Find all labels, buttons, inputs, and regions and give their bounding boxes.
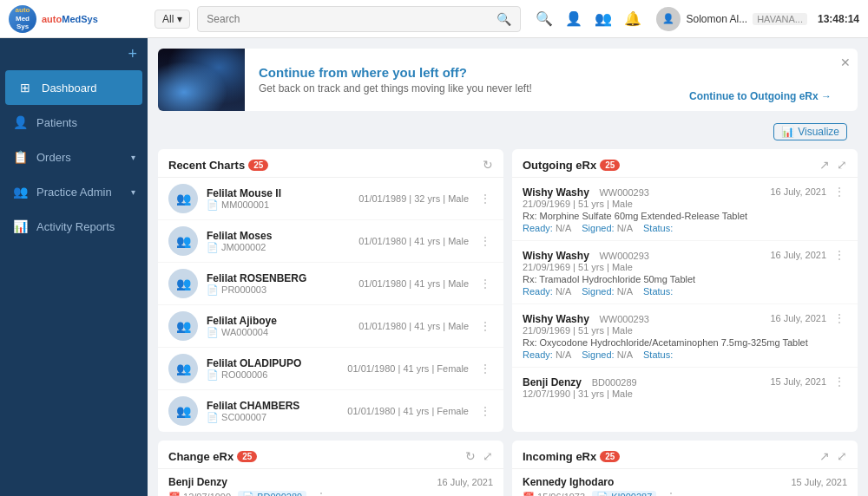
incoming-erx-body: Kennedy Ighodaro 15 July, 2021 📅 15/06/1… — [512, 469, 858, 496]
row-menu-icon[interactable]: ⋮ — [477, 362, 493, 375]
row-menu-icon[interactable]: ⋮ — [663, 490, 679, 496]
filter-dropdown[interactable]: All ▾ — [155, 10, 190, 29]
outgoing-erx-header: Outgoing eRx 25 ↗ ⤢ — [512, 149, 858, 178]
outgoing-erx-card: Outgoing eRx 25 ↗ ⤢ Wishy Washy WW000293 — [512, 149, 858, 432]
search-input[interactable] — [207, 13, 496, 25]
expand-icon[interactable]: ⤢ — [837, 449, 847, 463]
list-item: Wishy Washy WW000293 16 July, 2021 ⋮ 21/… — [512, 178, 858, 241]
close-icon[interactable]: ✕ — [840, 55, 851, 69]
sidebar-item-label: Patients — [36, 116, 135, 129]
recent-charts-body: 👥 Felilat Mouse II 📄 MM000001 01/01/1989… — [158, 178, 503, 432]
activity-reports-icon: 📊 — [12, 219, 28, 234]
change-erx-card: Change eRx 25 ↻ ⤢ Benji Denzy 16 July, 2… — [158, 441, 503, 496]
practice-admin-icon: 👥 — [12, 184, 28, 199]
row-menu-icon[interactable]: ⋮ — [832, 185, 847, 199]
incoming-erx-title: Incoming eRx 25 — [523, 450, 620, 463]
row-menu-icon[interactable]: ⋮ — [832, 311, 847, 325]
user-location: HAVANA... — [753, 13, 807, 25]
recent-charts-header: Recent Charts 25 ↻ — [158, 149, 503, 178]
chevron-down-icon: ▾ — [131, 187, 135, 197]
list-item: Benji Denzy BD000289 15 July, 2021 ⋮ 12/… — [512, 368, 858, 406]
logo-area: auto Med Sys autoMedSys — [9, 5, 148, 33]
outgoing-erx-actions: ↗ ⤢ — [819, 158, 847, 172]
sidebar-item-patients[interactable]: 👤 Patients — [0, 105, 148, 140]
sidebar-item-label: Dashboard — [42, 82, 130, 95]
sidebar-item-label: Practice Admin — [36, 186, 122, 199]
expand-icon[interactable]: ⤢ — [837, 158, 847, 172]
sidebar-item-practice-admin[interactable]: 👥 Practice Admin ▾ — [0, 174, 148, 209]
refresh-icon[interactable]: ↻ — [483, 158, 493, 172]
avatar: 👥 — [168, 396, 198, 426]
table-row: 👥 Felilat Mouse II 📄 MM000001 01/01/1989… — [158, 178, 503, 220]
orders-icon: 📋 — [12, 149, 28, 165]
outgoing-erx-badge: 25 — [600, 160, 620, 171]
chevron-down-icon: ▾ — [177, 13, 182, 25]
banner-action[interactable]: Continue to Outgoing eRx → — [689, 89, 832, 102]
visualize-label: Visualize — [798, 126, 839, 138]
incoming-erx-card: Incoming eRx 25 ↗ ⤢ Kennedy Ighodaro 15 … — [512, 441, 858, 496]
search-icon: 🔍 — [496, 12, 511, 26]
row-menu-icon[interactable]: ⋮ — [477, 319, 493, 333]
table-row: 👥 Felilat ROSENBERG 📄 PR000003 01/01/198… — [158, 263, 503, 305]
row-menu-icon[interactable]: ⋮ — [313, 490, 329, 496]
row-menu-icon[interactable]: ⋮ — [832, 375, 847, 388]
sidebar-item-label: Activity Reports — [36, 220, 135, 233]
add-icon[interactable]: + — [128, 45, 137, 63]
recent-charts-badge: 25 — [248, 160, 268, 171]
bell-icon-btn[interactable]: 🔔 — [623, 10, 642, 29]
topbar-time: 13:48:14 — [818, 13, 859, 25]
row-menu-icon[interactable]: ⋮ — [832, 248, 847, 262]
list-item: Kennedy Ighodaro 15 July, 2021 📅 15/06/1… — [512, 469, 858, 496]
user-icon-btn[interactable]: 👤 — [564, 10, 583, 29]
visualize-bar: 📊 Visualize — [158, 120, 858, 140]
table-row: 👥 Felilat CHAMBERS 📄 SC000007 01/01/1980… — [158, 390, 503, 432]
bottom-grid: Change eRx 25 ↻ ⤢ Benji Denzy 16 July, 2… — [158, 441, 858, 496]
chart-info: Felilat Ajiboye 📄 WA000004 — [207, 315, 350, 338]
sidebar-add-area: + — [0, 45, 148, 70]
sidebar-item-activity-reports[interactable]: 📊 Activity Reports — [0, 209, 148, 244]
row-menu-icon[interactable]: ⋮ — [477, 404, 493, 418]
user-add-icon-btn[interactable]: 👥 — [594, 10, 613, 29]
row-menu-icon[interactable]: ⋮ — [477, 192, 493, 206]
outgoing-erx-title: Outgoing eRx 25 — [523, 159, 620, 172]
incoming-erx-badge: 25 — [600, 451, 620, 462]
change-erx-header: Change eRx 25 ↻ ⤢ — [158, 441, 503, 469]
topbar-icons: 🔍 👤 👥 🔔 — [535, 10, 642, 29]
refresh-icon[interactable]: ↗ — [819, 449, 830, 463]
list-item: Wishy Washy WW000293 16 July, 2021 ⋮ 21/… — [512, 304, 858, 368]
refresh-icon[interactable]: ↻ — [465, 449, 476, 463]
banner-image — [158, 49, 245, 111]
chevron-down-icon: ▾ — [131, 153, 135, 162]
avatar: 👥 — [168, 354, 198, 383]
table-row: 👥 Felilat OLADIPUPO 📄 RO000006 01/01/198… — [158, 348, 503, 390]
avatar: 👥 — [168, 184, 198, 213]
row-menu-icon[interactable]: ⋮ — [477, 234, 493, 248]
recent-charts-card: Recent Charts 25 ↻ 👥 Felilat Mouse II 📄 … — [158, 149, 503, 432]
change-erx-actions: ↻ ⤢ — [465, 449, 493, 463]
chart-icon: 📊 — [781, 126, 794, 138]
expand-icon[interactable]: ⤢ — [483, 449, 493, 463]
dashboard-icon: ⊞ — [17, 80, 33, 95]
recent-charts-actions: ↻ — [483, 158, 493, 172]
list-item: Wishy Washy WW000293 16 July, 2021 ⋮ 21/… — [512, 241, 858, 304]
chart-info: Felilat ROSENBERG 📄 PR000003 — [207, 272, 350, 296]
continue-link[interactable]: Continue to Outgoing eRx → — [689, 90, 832, 102]
banner: Continue from where you left off? Get ba… — [158, 49, 858, 111]
visualize-button[interactable]: 📊 Visualize — [773, 123, 847, 140]
row-menu-icon[interactable]: ⋮ — [477, 277, 493, 290]
list-item: Benji Denzy 16 July, 2021 📅 12/07/1990 📄… — [158, 469, 503, 496]
filter-label: All — [162, 13, 174, 25]
search-box[interactable]: 🔍 — [197, 6, 521, 32]
change-erx-title: Change eRx 25 — [168, 450, 257, 463]
share-icon[interactable]: ↗ — [819, 158, 830, 172]
sidebar-item-dashboard[interactable]: ⊞ Dashboard — [5, 70, 142, 105]
avatar: 👥 — [168, 269, 198, 298]
sidebar-item-orders[interactable]: 📋 Orders ▾ — [0, 140, 148, 174]
chart-info: Felilat Moses 📄 JM000002 — [207, 230, 350, 253]
table-row: 👥 Felilat Moses 📄 JM000002 01/01/1980 | … — [158, 220, 503, 263]
chart-info: Felilat Mouse II 📄 MM000001 — [207, 187, 350, 211]
topbar: auto Med Sys autoMedSys All ▾ 🔍 🔍 👤 👥 🔔 … — [0, 0, 868, 38]
search-icon-btn[interactable]: 🔍 — [535, 10, 554, 29]
incoming-erx-actions: ↗ ⤢ — [819, 449, 847, 463]
user-area: 👤 Solomon Al... HAVANA... 13:48:14 — [656, 7, 859, 31]
